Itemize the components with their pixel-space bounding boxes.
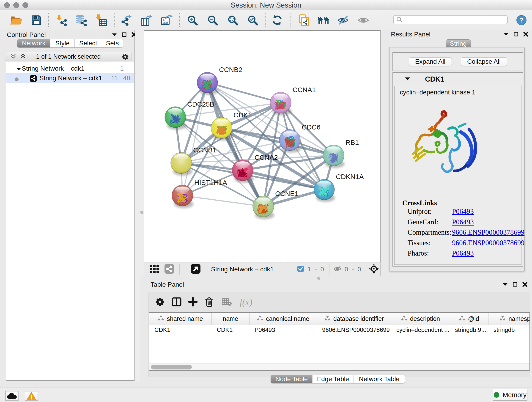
selected-checkbox-icon [297, 265, 304, 274]
create-column-plus-icon[interactable] [188, 297, 197, 307]
zoom-selected-button[interactable] [246, 10, 260, 30]
tab-string[interactable]: String [446, 39, 471, 47]
horizontal-splitter-handle[interactable] [317, 277, 320, 280]
column-header-name[interactable]: name [212, 313, 249, 325]
birdseye-grid-icon[interactable] [149, 264, 160, 275]
node-CCNE1[interactable] [253, 196, 274, 219]
network-options-gear-icon[interactable] [122, 53, 129, 61]
tab-node-table[interactable]: Node Table [271, 375, 312, 383]
tab-sets[interactable]: Sets [102, 39, 123, 47]
delete-column-trash-icon[interactable] [205, 297, 214, 307]
export-image-button[interactable] [160, 10, 174, 30]
table-settings-gear-icon[interactable] [155, 297, 165, 307]
function-builder-icon[interactable]: f(x) [240, 297, 253, 307]
results-panel-close-icon[interactable] [523, 32, 528, 38]
column-header--id[interactable]: @id [450, 313, 488, 325]
import-table-from-file-button[interactable] [95, 10, 108, 30]
show-all-button[interactable] [356, 10, 370, 30]
network-canvas[interactable]: CCNB2CCNA1CDC25BCDK1CDC6RB1CCNB1CCNA2CDK… [144, 30, 380, 262]
network-row[interactable]: String Network – cdk1 11 48 [6, 73, 134, 83]
node-CDK1[interactable] [211, 117, 233, 140]
table-row[interactable]: CDK1CDK1P064939606.ENSP00000378699cyclin… [149, 325, 530, 335]
open-in-new-window-icon[interactable] [191, 264, 201, 275]
network-share-badge-icon[interactable] [164, 264, 174, 275]
column-header-shared-name[interactable]: shared name [149, 313, 212, 325]
save-session-button[interactable] [30, 10, 43, 30]
column-header-canonical-name[interactable]: canonical name [249, 313, 317, 325]
tab-style[interactable]: Style [51, 39, 75, 47]
import-network-from-database-button[interactable] [75, 10, 88, 30]
tab-network-table[interactable]: Network Table [354, 375, 405, 383]
show-columns-icon[interactable] [172, 297, 181, 307]
table-cell[interactable]: 9606.ENSP00000378699 [317, 325, 391, 335]
expand-all-networks-icon[interactable] [20, 53, 26, 60]
hide-selected-button[interactable] [336, 10, 350, 30]
table-cell[interactable]: P06493 [249, 325, 317, 335]
crosslink-link[interactable]: 9606.ENSP00000378699 [452, 239, 525, 247]
delete-table-icon[interactable] [222, 298, 232, 307]
apply-layout-button[interactable] [270, 10, 284, 30]
column-header-namespace[interactable]: namespace [488, 313, 530, 325]
crosslink-link[interactable]: P06493 [452, 249, 474, 257]
collapse-all-button[interactable]: Collapse All [461, 57, 507, 66]
tab-select[interactable]: Select [75, 39, 102, 47]
node-CCNA2[interactable] [232, 160, 254, 183]
gene-section-header[interactable]: CDK1 [393, 73, 523, 86]
tab-edge-table[interactable]: Edge Table [312, 375, 354, 383]
results-panel-float-icon[interactable] [504, 32, 509, 37]
control-panel-float-icon[interactable] [112, 33, 117, 37]
vertical-splitter-handle[interactable] [140, 211, 143, 214]
cloud-button[interactable] [5, 391, 19, 401]
table-panel-maximize-icon[interactable] [513, 282, 517, 288]
table-cell[interactable]: stringdb:9... [450, 325, 488, 335]
gene-expander-icon[interactable] [405, 77, 410, 81]
network-collection-row[interactable]: String Network – cdk1 1 [6, 64, 134, 73]
node-CCNB2[interactable] [197, 72, 218, 95]
node-CDC25B[interactable] [165, 107, 186, 130]
table-horizontal-scrollbar[interactable] [149, 364, 530, 370]
control-panel-maximize-icon[interactable] [122, 32, 127, 38]
results-panel-maximize-icon[interactable] [514, 32, 518, 37]
column-header-description[interactable]: description [391, 313, 450, 325]
warnings-button[interactable] [25, 391, 38, 401]
memory-button[interactable]: Memory [493, 389, 527, 401]
table-scrollbar-thumb[interactable] [151, 365, 192, 370]
edge-CCNE1-CCNB2[interactable] [207, 83, 263, 206]
table-panel-float-icon[interactable] [503, 283, 508, 287]
table-cell[interactable]: CDK1 [149, 325, 212, 335]
table-cell[interactable]: stringdb [488, 325, 530, 335]
first-neighbors-button[interactable] [317, 10, 330, 30]
edge-CCNE1-HIST1H1A[interactable] [182, 196, 263, 206]
import-network-from-file-button[interactable] [55, 10, 69, 30]
fit-selected-crosshair-icon[interactable] [369, 264, 379, 275]
crosslink-link[interactable]: 9606.ENSP00000378699 [452, 228, 525, 236]
node-CDC6[interactable] [279, 129, 301, 153]
help-button[interactable]: ? [515, 10, 528, 30]
clone-network-button[interactable] [297, 10, 311, 30]
tab-network[interactable]: Network [17, 39, 51, 47]
table-cell[interactable]: cyclin–dependent ... [391, 325, 450, 335]
table-cell[interactable]: CDK1 [212, 325, 249, 335]
search-input[interactable] [393, 15, 508, 24]
node-CCNB1[interactable] [171, 153, 192, 176]
expand-all-button[interactable]: Expand All [409, 57, 452, 66]
column-header-database-identifier[interactable]: database identifier [317, 313, 391, 325]
collapse-all-networks-icon[interactable] [10, 53, 16, 60]
node-RB1[interactable] [323, 145, 345, 168]
column-header-label: database identifier [333, 315, 384, 322]
node-HIST1H1A[interactable] [172, 185, 193, 208]
crosslink-link[interactable]: P06493 [452, 207, 474, 216]
export-network-button[interactable] [120, 10, 133, 30]
zoom-out-button[interactable] [206, 10, 220, 30]
zoom-fit-content-button[interactable] [226, 10, 240, 30]
search-text-field[interactable] [405, 16, 507, 23]
node-CCNA1[interactable] [270, 92, 292, 115]
open-session-button[interactable] [9, 10, 23, 30]
crosslink-link[interactable]: P06493 [452, 218, 474, 226]
horizontal-splitter[interactable] [140, 276, 532, 280]
node-CDKN1A[interactable] [314, 179, 335, 202]
export-table-button[interactable] [140, 10, 153, 30]
zoom-in-button[interactable] [186, 10, 199, 30]
table-panel-close-icon[interactable] [522, 282, 527, 288]
collection-expander-icon[interactable] [16, 65, 21, 72]
